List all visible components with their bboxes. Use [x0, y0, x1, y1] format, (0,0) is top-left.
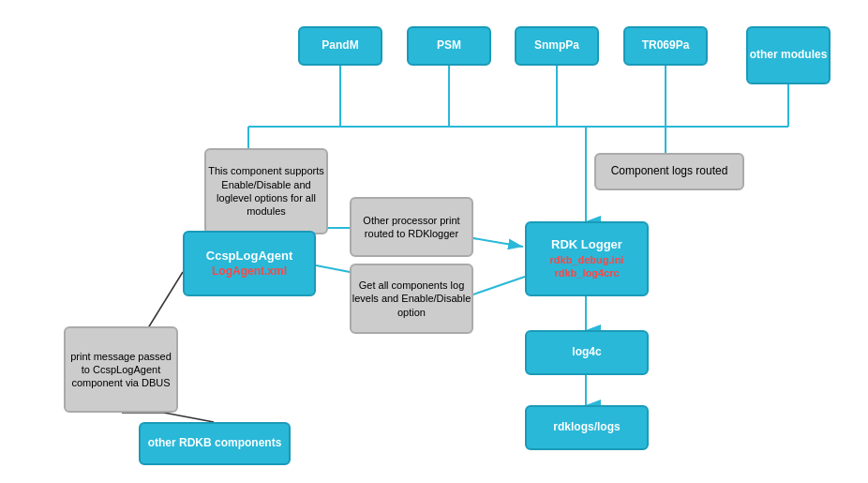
rdk-logger-box: RDK Logger rdkb_debug.ini rdkb_log4crc: [525, 221, 649, 296]
print-message-box: print message passed to CcspLogAgent com…: [64, 326, 178, 413]
component-logs-routed-box: Component logs routed: [594, 153, 744, 190]
rdklogs-box: rdklogs/logs: [525, 405, 649, 450]
other-rdkb-box: other RDKB components: [139, 422, 291, 465]
other-modules-box: other modules: [746, 26, 831, 84]
ccsp-label1: CcspLogAgent: [206, 249, 292, 264]
pandm-box: PandM: [298, 26, 382, 66]
rdk-label3: rdkb_log4crc: [554, 266, 619, 279]
ccsp-label2: LogAgent.xml: [212, 264, 287, 279]
snmppa-box: SnmpPa: [515, 26, 599, 66]
rdk-label2: rdkb_debug.ini: [550, 253, 624, 266]
get-all-components-box: Get all components log levels and Enable…: [350, 264, 473, 334]
this-component-box: This component supports Enable/Disable a…: [204, 148, 328, 234]
tr069pa-box: TR069Pa: [623, 26, 708, 66]
ccsp-log-agent-box: CcspLogAgent LogAgent.xml: [183, 231, 316, 296]
svg-line-19: [471, 277, 525, 295]
log4c-box: log4c: [525, 330, 649, 375]
rdk-label1: RDK Logger: [551, 237, 622, 253]
psm-box: PSM: [407, 26, 491, 66]
other-processor-box: Other processor print routed to RDKlogge…: [350, 197, 473, 257]
svg-line-24: [164, 413, 214, 422]
